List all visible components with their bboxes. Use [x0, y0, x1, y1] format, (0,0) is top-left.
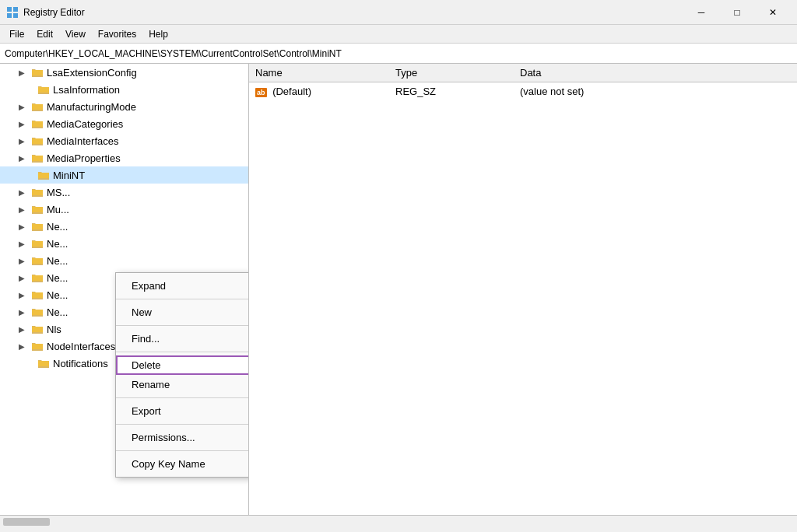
tree-item-lsaextensionconfig[interactable]: ▶ LsaExtensionConfig: [0, 64, 248, 81]
expand-icon: ▶: [16, 186, 28, 198]
tree-item-label: MS...: [47, 187, 70, 198]
tree-item-label: NodeInterfaces: [47, 341, 115, 352]
col-data: Data: [514, 64, 797, 82]
ctx-expand-label: Expand: [132, 280, 166, 292]
tree-item-label: Mu...: [47, 204, 69, 215]
ctx-separator-3: [116, 352, 249, 352]
ctx-separator-2: [116, 325, 249, 326]
tree-item-label: Notifications: [53, 358, 108, 369]
ctx-find-label: Find...: [132, 333, 160, 345]
window-controls: ─ □ ✕: [683, 0, 791, 25]
tree-item-label: MediaInterfaces: [47, 135, 119, 147]
tree-item-lsainformation[interactable]: ▶ LsaInformation: [0, 81, 248, 98]
tree-item-manufacturingmode[interactable]: ▶ ManufacturingMode: [0, 98, 248, 115]
tree-item-ne2[interactable]: ▶ Ne...: [0, 235, 248, 252]
folder-icon: [31, 186, 44, 198]
title-bar: Registry Editor ─ □ ✕: [0, 0, 797, 25]
tree-item-mediacategories[interactable]: ▶ MediaCategories: [0, 115, 248, 132]
ctx-new[interactable]: New ▶: [116, 303, 249, 322]
bottom-scrollbar[interactable]: [0, 515, 797, 527]
main-content: ▶ LsaExtensionConfig ▶ LsaInformation ▶ …: [0, 64, 797, 515]
folder-icon: [31, 66, 44, 79]
ctx-copy-key-name[interactable]: Copy Key Name: [116, 454, 249, 474]
ctx-delete[interactable]: Delete: [116, 355, 249, 375]
menu-file[interactable]: File: [3, 27, 30, 41]
scrollbar-track[interactable]: [3, 518, 794, 526]
folder-icon: [31, 323, 44, 335]
ctx-copy-key-name-label: Copy Key Name: [132, 458, 205, 470]
folder-icon: [37, 169, 50, 181]
tree-item-label: ManufacturingMode: [47, 101, 136, 113]
tree-item-ms[interactable]: ▶ MS...: [0, 184, 248, 201]
tree-item-mediaproperties[interactable]: ▶ MediaProperties: [0, 149, 248, 166]
address-path: Computer\HKEY_LOCAL_MACHINE\SYSTEM\Curre…: [5, 48, 342, 59]
tree-item-mediainterfaces[interactable]: ▶ MediaInterfaces: [0, 132, 248, 149]
expand-icon: ▶: [16, 306, 28, 318]
ctx-find[interactable]: Find...: [116, 329, 249, 348]
registry-table: Name Type Data ab (Default) REG_SZ (valu…: [249, 64, 797, 100]
folder-icon: [31, 340, 44, 352]
window-title: Registry Editor: [23, 7, 683, 18]
tree-item-minint[interactable]: ▶ MiniNT: [0, 166, 248, 184]
row-name: ab (Default): [249, 82, 389, 100]
folder-icon: [31, 220, 44, 233]
col-name: Name: [249, 64, 389, 82]
folder-icon: [31, 100, 44, 113]
menu-edit[interactable]: Edit: [30, 27, 59, 41]
expand-icon: ▶: [16, 289, 28, 301]
tree-item-ne1[interactable]: ▶ Ne...: [0, 218, 248, 235]
svg-rect-1: [13, 7, 18, 12]
expand-icon: ▶: [16, 117, 28, 130]
ctx-expand[interactable]: Expand: [116, 276, 249, 296]
table-row[interactable]: ab (Default) REG_SZ (value not set): [249, 82, 797, 100]
tree-item-mu[interactable]: ▶ Mu...: [0, 201, 248, 218]
folder-icon: [31, 152, 44, 164]
ctx-rename[interactable]: Rename: [116, 375, 249, 394]
row-data: (value not set): [514, 82, 797, 100]
context-menu: Expand New ▶ Find... Delete Rename Expor…: [115, 272, 249, 478]
col-type: Type: [389, 64, 514, 82]
expand-icon: ▶: [16, 220, 28, 233]
folder-icon: [31, 203, 44, 215]
tree-item-label: Ne...: [47, 289, 68, 301]
tree-item-label: MediaProperties: [47, 152, 121, 164]
expand-icon: ▶: [16, 66, 28, 79]
expand-icon: ▶: [16, 323, 28, 335]
menu-favorites[interactable]: Favorites: [92, 27, 142, 41]
right-panel: Name Type Data ab (Default) REG_SZ (valu…: [249, 64, 797, 515]
tree-item-label: Ne...: [47, 306, 68, 318]
folder-icon: [31, 237, 44, 250]
folder-icon: [31, 135, 44, 147]
svg-rect-3: [13, 13, 18, 18]
menu-help[interactable]: Help: [142, 27, 174, 41]
ctx-new-label: New: [132, 306, 152, 318]
expand-icon: ▶: [16, 254, 28, 267]
svg-rect-2: [7, 13, 12, 18]
tree-item-label: Nls: [47, 324, 61, 335]
folder-icon: [31, 254, 44, 267]
folder-icon: [31, 117, 44, 130]
expand-icon: ▶: [16, 203, 28, 215]
expand-icon: ▶: [16, 135, 28, 147]
folder-icon: [37, 357, 50, 369]
folder-icon: [37, 83, 50, 96]
minimize-button[interactable]: ─: [683, 0, 719, 25]
app-icon: [6, 6, 19, 19]
maximize-button[interactable]: □: [719, 0, 755, 25]
ctx-export[interactable]: Export: [116, 401, 249, 421]
tree-item-label: MiniNT: [53, 170, 85, 181]
row-name-label: (Default): [272, 86, 311, 97]
ctx-permissions[interactable]: Permissions...: [116, 428, 249, 447]
ctx-separator-6: [116, 450, 249, 451]
tree-item-label: LsaExtensionConfig: [47, 67, 137, 79]
tree-item-ne3[interactable]: ▶ Ne...: [0, 252, 248, 269]
expand-icon: ▶: [16, 100, 28, 113]
svg-rect-0: [7, 7, 12, 12]
menu-view[interactable]: View: [59, 27, 92, 41]
ctx-separator-5: [116, 424, 249, 425]
tree-item-label: LsaInformation: [53, 84, 120, 96]
menu-bar: File Edit View Favorites Help: [0, 25, 797, 44]
close-button[interactable]: ✕: [755, 0, 791, 25]
scrollbar-thumb[interactable]: [3, 518, 50, 526]
tree-item-label: MediaCategories: [47, 118, 123, 130]
